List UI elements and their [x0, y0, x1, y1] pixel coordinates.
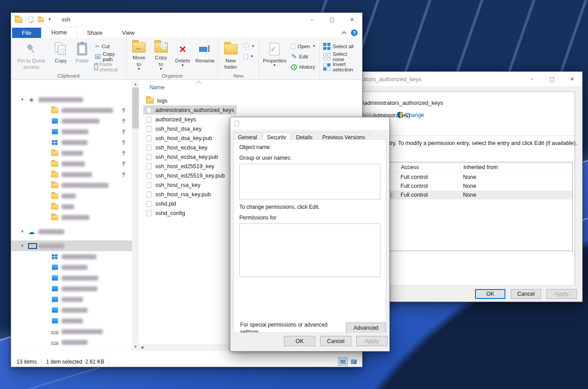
open-button[interactable]: Open ▼	[289, 42, 317, 51]
sidebar-item-12[interactable]: ▼☁	[11, 226, 132, 237]
sidebar-item-20[interactable]	[11, 315, 132, 326]
tab-view[interactable]: View	[112, 28, 144, 38]
select-all-button[interactable]: Select all	[321, 42, 360, 51]
sidebar-item-1[interactable]	[11, 105, 132, 116]
minimize-button[interactable]: –	[522, 72, 542, 86]
sidebar-item-11[interactable]	[11, 212, 132, 223]
sidebar-item-4[interactable]	[11, 137, 132, 148]
ok-button[interactable]: OK	[284, 336, 315, 346]
rename-button[interactable]: Rename	[194, 40, 216, 72]
select-none-button[interactable]: Select none	[321, 52, 360, 61]
advanced-button[interactable]: Advanced	[346, 323, 386, 333]
properties-button[interactable]: ✓ Properties ▼	[261, 40, 288, 72]
file-row-ssh_host_rsa_key.pub[interactable]: ssh_host_rsa_key.pub	[143, 190, 213, 199]
cut-button[interactable]: ✂ Cut	[93, 42, 124, 51]
cancel-button[interactable]: Cancel	[511, 289, 541, 299]
ok-button[interactable]: OK	[475, 289, 505, 299]
maximize-button[interactable]: ▢	[542, 72, 562, 86]
sidebar-item-9[interactable]	[11, 190, 132, 201]
change-owner[interactable]: Change	[397, 112, 424, 118]
tab-share[interactable]: Share	[77, 28, 113, 38]
sidebar-item-15[interactable]	[11, 262, 132, 273]
tab-file[interactable]: File	[12, 28, 41, 38]
sidebar-item-5[interactable]	[11, 148, 132, 158]
column-inherited-from[interactable]: Inherited from	[460, 162, 572, 172]
file-row-ssh_host_ed25519_key[interactable]: ssh_host_ed25519_key	[143, 161, 217, 171]
sidebar-item-17[interactable]	[11, 283, 132, 294]
copy-path-button[interactable]: w Copy path	[93, 52, 124, 61]
paste-shortcut-button[interactable]: Paste shortcut	[93, 62, 124, 71]
new-item-button[interactable]: ▼	[242, 52, 257, 61]
change-link[interactable]: Change	[405, 112, 424, 118]
move-to-button[interactable]: ← Move to ▼	[128, 40, 150, 72]
sidebar-item-21[interactable]	[11, 326, 132, 337]
sidebar-scrollbar[interactable]: ▲ ▼	[132, 81, 139, 350]
scroll-up-icon[interactable]: ▲	[132, 81, 139, 87]
sidebar-item-0[interactable]: ▼★	[11, 94, 132, 105]
details-view-button[interactable]	[338, 357, 348, 366]
file-icon	[146, 154, 151, 160]
file-row-ssh_host_dsa_key.pub[interactable]: ssh_host_dsa_key.pub	[143, 133, 215, 143]
file-row-ssh_host_dsa_key[interactable]: ssh_host_dsa_key	[143, 124, 204, 133]
close-button[interactable]: ✕	[342, 13, 362, 26]
file-row-ssh_host_ecdsa_key.pub[interactable]: ssh_host_ecdsa_key.pub	[143, 152, 221, 161]
sidebar-item-22[interactable]	[11, 337, 132, 348]
history-button[interactable]: History	[289, 62, 317, 71]
sidebar-item-7[interactable]	[11, 169, 132, 180]
file-row-authorized_keys[interactable]: authorized_keys	[143, 115, 199, 124]
file-row-ssh_host_rsa_key[interactable]: ssh_host_rsa_key	[143, 180, 203, 190]
easy-access-button[interactable]: ▼	[242, 42, 257, 51]
close-button[interactable]: ✕	[562, 72, 582, 86]
sidebar-item-10[interactable]	[11, 201, 132, 212]
large-icons-view-button[interactable]	[349, 357, 359, 366]
file-row-sshd.pid[interactable]: sshd.pid	[143, 199, 179, 208]
expander-chevron-icon[interactable]: ▼	[20, 244, 25, 248]
sidebar-item-3[interactable]	[11, 126, 132, 137]
new-folder-icon	[224, 44, 238, 54]
scrollbar-thumb[interactable]	[132, 87, 139, 128]
invert-selection-button[interactable]: Invert selection	[321, 62, 360, 71]
file-row-ssh_host_ecdsa_key[interactable]: ssh_host_ecdsa_key	[143, 143, 210, 152]
file-icon	[146, 173, 151, 179]
copy-to-button[interactable]: Copy to ▼	[150, 40, 171, 72]
cancel-button[interactable]: Cancel	[320, 336, 351, 346]
qat-customize-caret-icon[interactable]: ▼	[48, 18, 51, 21]
sidebar-item-18[interactable]	[11, 294, 132, 305]
group-user-names-list[interactable]	[239, 164, 380, 199]
sidebar-item-16[interactable]	[11, 273, 132, 283]
file-row-administrators_authorized_keys[interactable]: administrators_authorized_keys	[143, 105, 237, 115]
expander-chevron-icon[interactable]: ▼	[20, 97, 25, 102]
file-row-logs[interactable]: logs	[143, 96, 170, 105]
paste-button[interactable]: Paste	[72, 40, 92, 72]
file-row-sshd_config[interactable]: sshd_config	[143, 208, 188, 218]
qat-properties-icon[interactable]: ✓	[29, 17, 33, 23]
column-access[interactable]: Access	[398, 162, 460, 172]
minimize-button[interactable]: –	[302, 13, 322, 26]
sidebar-item-13[interactable]: ▼	[11, 240, 132, 251]
delete-button[interactable]: × Delete ▼	[172, 40, 193, 72]
scroll-down-icon[interactable]: ▼	[132, 343, 139, 350]
sidebar-item-2[interactable]	[11, 116, 132, 126]
apply-button[interactable]: Apply	[546, 289, 577, 299]
sidebar-item-6[interactable]	[11, 158, 132, 169]
pin-to-quick-access-button[interactable]: Pin to Quick access	[13, 40, 50, 72]
qat-new-folder-icon[interactable]	[38, 17, 44, 22]
file-row-ssh_host_ed25519_key.pub[interactable]: ssh_host_ed25519_key.pub	[143, 171, 227, 180]
sidebar-item-19[interactable]	[11, 305, 132, 315]
expander-chevron-icon[interactable]: ▼	[20, 229, 25, 234]
apply-button[interactable]: Apply	[356, 336, 388, 346]
copy-button[interactable]: Copy	[50, 40, 71, 72]
properties-titlebar	[230, 117, 389, 130]
edit-button[interactable]: ✎ Edit	[289, 52, 317, 61]
collapse-ribbon-icon[interactable]	[342, 31, 346, 36]
new-folder-button[interactable]: New folder	[220, 40, 241, 72]
button-label: Select none	[333, 51, 359, 62]
column-header-name[interactable]: Name	[150, 84, 164, 91]
sidebar-item-14[interactable]	[11, 251, 132, 262]
tab-home[interactable]: Home	[41, 27, 77, 38]
maximize-button[interactable]: ▢	[322, 13, 342, 26]
help-icon[interactable]: ?	[351, 29, 358, 36]
scroll-left-icon[interactable]: ◀	[139, 345, 145, 349]
permissions-list[interactable]	[239, 223, 380, 277]
sidebar-item-8[interactable]	[11, 180, 132, 190]
